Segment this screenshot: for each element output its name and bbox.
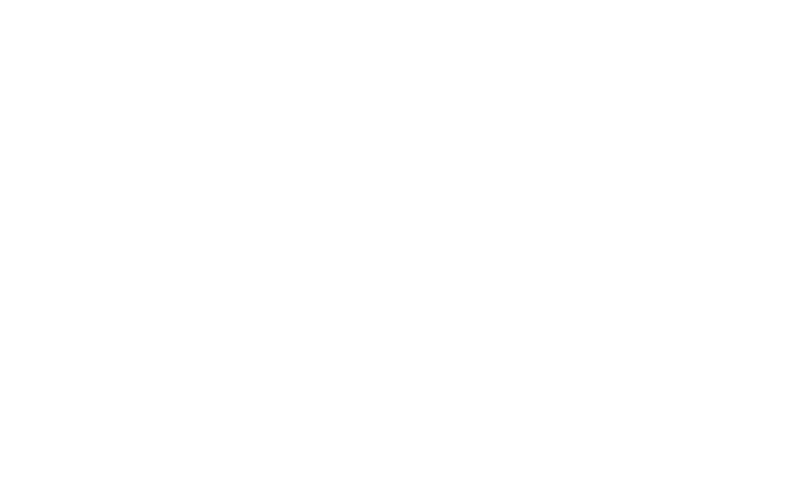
page-container [0, 0, 812, 504]
